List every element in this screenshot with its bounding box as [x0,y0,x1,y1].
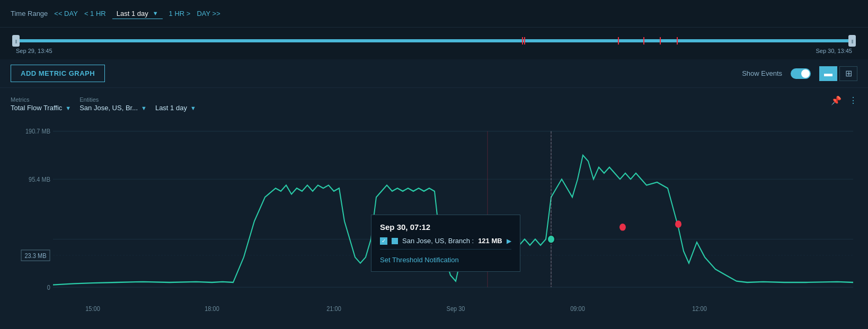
toggle-knob [801,69,810,78]
time-range-label: Time Range [11,10,48,17]
svg-point-20 [619,224,626,231]
tooltip-data-row: ✓ San Jose, US, Branch : 121 MB ▶ [380,237,511,245]
chart-tooltip: Sep 30, 07:12 ✓ San Jose, US, Branch : 1… [371,215,520,272]
timeline-bar: Sep 29, 13:45 Sep 30, 13:45 [0,28,868,59]
current-range-value: Last 1 day [117,10,148,17]
entities-label: Entities [79,96,147,103]
metrics-selector[interactable]: Total Flow Traffic ▼ [11,104,71,112]
tooltip-checkbox[interactable]: ✓ [380,237,387,245]
add-metric-button[interactable]: ADD METRIC GRAPH [11,65,105,82]
metrics-chevron: ▼ [65,105,71,111]
pin-icon[interactable]: 📌 [831,95,842,105]
entities-chevron: ▼ [141,105,147,111]
svg-text:Sep 30: Sep 30 [447,305,465,313]
chart-timerange-value: Last 1 day [155,104,187,112]
event-tick-6 [677,37,678,45]
event-tick-4 [643,37,644,45]
nav-fwd-1hr-button[interactable]: 1 HR > [169,10,191,17]
event-tick-1 [522,37,523,45]
entities-value: San Jose, US, Br... [79,104,138,112]
toolbar-right: Show Events ▬ ⊞ [742,66,857,81]
timerange-control: Last 1 day ▼ [155,96,196,112]
time-range-selector[interactable]: Last 1 day ▼ [112,8,163,19]
tooltip-entity: San Jose, US, Branch : [402,237,474,245]
event-tick-2 [524,37,525,45]
tooltip-date: Sep 30, 07:12 [380,223,511,232]
slider-track[interactable] [16,39,852,42]
nav-fwd-day-button[interactable]: DAY >> [197,10,220,17]
svg-text:18:00: 18:00 [205,305,219,313]
svg-text:0: 0 [47,283,51,291]
top-bar: Time Range << DAY < 1 HR Last 1 day ▼ 1 … [0,0,868,28]
chart-panel: Metrics Total Flow Traffic ▼ Entities Sa… [0,88,868,329]
tooltip-expand-icon[interactable]: ▶ [507,237,511,245]
entities-control: Entities San Jose, US, Br... ▼ [79,96,147,112]
slider-handle-right[interactable] [848,35,856,47]
tooltip-divider [380,249,511,250]
chart-timerange-selector[interactable]: Last 1 day ▼ [155,104,196,112]
tooltip-action-button[interactable]: Set Threshold Notification [380,254,511,264]
svg-text:190.7 MB: 190.7 MB [25,128,50,135]
time-range-chevron: ▼ [153,10,158,16]
timeline-end-label: Sep 30, 13:45 [816,48,852,54]
svg-text:23.3 MB: 23.3 MB [25,252,47,259]
more-options-icon[interactable]: ⋮ [849,95,857,105]
svg-text:15:00: 15:00 [85,305,100,313]
nav-back-day-button[interactable]: << DAY [54,10,78,17]
tooltip-value: 121 MB [478,237,502,245]
svg-point-21 [675,220,681,228]
metrics-label: Metrics [11,96,71,103]
tooltip-color-dot [392,238,398,244]
show-events-toggle[interactable] [791,68,811,79]
metrics-value: Total Flow Traffic [11,104,62,112]
view-single-button[interactable]: ▬ [819,66,837,81]
entities-selector[interactable]: San Jose, US, Br... ▼ [79,104,147,112]
chart-controls: Metrics Total Flow Traffic ▼ Entities Sa… [11,96,857,112]
chart-timerange-chevron: ▼ [190,105,196,111]
toolbar: ADD METRIC GRAPH Show Events ▬ ⊞ [0,59,868,88]
single-view-icon: ▬ [824,69,832,78]
svg-text:21:00: 21:00 [326,305,341,313]
view-toggle: ▬ ⊞ [819,66,857,81]
nav-back-1hr-button[interactable]: < 1 HR [84,10,106,17]
metrics-control: Metrics Total Flow Traffic ▼ [11,96,71,112]
svg-text:09:00: 09:00 [570,305,585,313]
grid-view-icon: ⊞ [845,68,852,78]
event-tick-5 [660,37,661,45]
svg-text:95.4 MB: 95.4 MB [29,175,50,183]
chart-area: 190.7 MB 95.4 MB 0 23.3 MB 15:00 18:00 2… [11,119,857,323]
timeline-start-label: Sep 29, 13:45 [16,48,52,54]
chart-actions: 📌 ⋮ [831,95,857,105]
svg-text:12:00: 12:00 [692,305,707,313]
view-grid-button[interactable]: ⊞ [839,66,857,81]
slider-handle-left[interactable] [12,35,20,47]
event-tick-3 [618,37,619,45]
show-events-label: Show Events [742,69,782,77]
